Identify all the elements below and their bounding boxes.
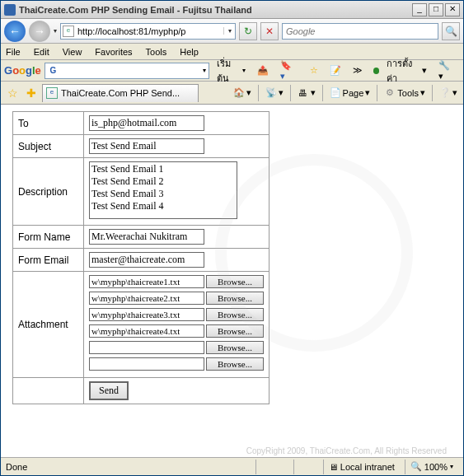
browse-button[interactable]: Browse... bbox=[206, 357, 264, 371]
maximize-button[interactable]: □ bbox=[429, 3, 443, 16]
home-button[interactable]: 🏠▾ bbox=[231, 86, 254, 100]
help-button[interactable]: ❔▾ bbox=[437, 86, 460, 100]
file-path-input[interactable] bbox=[89, 308, 204, 321]
refresh-button[interactable]: ↻ bbox=[239, 22, 257, 40]
status-text: Done bbox=[6, 462, 27, 472]
page-content: To Subject Description Test Send Email 1… bbox=[1, 105, 463, 457]
menu-tools[interactable]: Tools bbox=[146, 47, 167, 57]
textarea-description[interactable]: Test Send Email 1 Test Send Email 2 Test… bbox=[89, 161, 237, 219]
url-dropdown[interactable]: ▾ bbox=[223, 27, 235, 35]
google-search-dropdown[interactable]: ▾ bbox=[200, 67, 209, 74]
status-zoom[interactable]: 🔍 100% ▾ bbox=[405, 460, 458, 474]
tab-active[interactable]: e ThaiCreate.Com PHP Send... bbox=[42, 84, 199, 102]
feeds-button[interactable]: 📡▾ bbox=[263, 86, 286, 100]
file-path-input[interactable] bbox=[89, 292, 204, 305]
google-toolbar: Google G ▾ เริ่มต้น ▾ 📤 🔖 ▾ ☆ 📝 ≫ การตั้… bbox=[1, 60, 463, 82]
status-dot-icon bbox=[373, 68, 379, 74]
page-icon: e bbox=[63, 26, 74, 37]
menu-favorites[interactable]: Favorites bbox=[95, 47, 132, 57]
browse-button[interactable]: Browse... bbox=[206, 292, 264, 305]
google-search-input[interactable] bbox=[61, 64, 200, 77]
input-form-name[interactable] bbox=[89, 229, 204, 245]
send-button[interactable]: Send bbox=[89, 381, 129, 400]
file-row: Browse... bbox=[89, 275, 264, 288]
search-box[interactable] bbox=[282, 23, 438, 40]
print-button[interactable]: 🖶▾ bbox=[295, 86, 318, 100]
menu-help[interactable]: Help bbox=[180, 47, 199, 57]
google-g-icon: G bbox=[47, 64, 59, 77]
minimize-button[interactable]: _ bbox=[412, 3, 427, 16]
browse-button[interactable]: Browse... bbox=[206, 275, 264, 288]
favorites-star-icon[interactable]: ☆ bbox=[4, 85, 21, 101]
page-menu-button[interactable]: 📄Page ▾ bbox=[327, 86, 373, 100]
stop-button[interactable]: ✕ bbox=[260, 22, 279, 40]
tab-title: ThaiCreate.Com PHP Send... bbox=[61, 88, 180, 98]
file-path-input[interactable] bbox=[89, 357, 204, 371]
google-autofill-icon[interactable]: 📝 bbox=[326, 63, 345, 77]
intranet-icon: 🖥 bbox=[329, 462, 338, 472]
file-row: Browse... bbox=[89, 324, 264, 338]
google-star-icon[interactable]: ☆ bbox=[306, 63, 322, 77]
browse-button[interactable]: Browse... bbox=[206, 324, 264, 338]
menu-file[interactable]: File bbox=[6, 47, 21, 57]
address-bar[interactable]: e ▾ bbox=[60, 23, 236, 40]
google-bookmark-icon[interactable]: 🔖 ▾ bbox=[276, 58, 302, 83]
menu-view[interactable]: View bbox=[63, 47, 82, 57]
window-title: ThaiCreate.Com PHP Sending Email - Fujit… bbox=[19, 5, 412, 15]
label-attachment: Attachment bbox=[13, 272, 84, 378]
search-button[interactable]: 🔍 bbox=[442, 22, 460, 40]
google-search-box[interactable]: G ▾ bbox=[45, 63, 209, 79]
status-empty-2 bbox=[293, 460, 318, 474]
input-form-email[interactable] bbox=[89, 252, 204, 268]
zoom-icon: 🔍 bbox=[410, 461, 422, 472]
email-form-table: To Subject Description Test Send Email 1… bbox=[12, 111, 269, 404]
menu-edit[interactable]: Edit bbox=[34, 47, 49, 57]
file-row: Browse... bbox=[89, 341, 264, 354]
back-button[interactable]: ← bbox=[4, 21, 26, 42]
forward-button[interactable]: → bbox=[29, 21, 50, 42]
label-form-email: Form Email bbox=[13, 249, 84, 272]
input-subject[interactable] bbox=[89, 138, 204, 154]
nav-toolbar: ← → ▾ e ▾ ↻ ✕ 🔍 bbox=[1, 19, 463, 44]
copyright-text: CopyRight 2009, ThaiCreate.Com, All Righ… bbox=[246, 446, 447, 455]
file-row: Browse... bbox=[89, 308, 264, 321]
google-settings-button[interactable]: การตั้งค่า ▾ bbox=[382, 54, 430, 87]
google-start-button[interactable]: เริ่มต้น ▾ bbox=[213, 54, 250, 87]
file-row: Browse... bbox=[89, 357, 264, 371]
input-to[interactable] bbox=[89, 115, 204, 131]
window-titlebar: ThaiCreate.Com PHP Sending Email - Fujit… bbox=[1, 1, 463, 19]
app-icon bbox=[4, 4, 16, 16]
search-input[interactable] bbox=[283, 26, 438, 36]
google-logo: Google bbox=[4, 64, 41, 77]
file-path-input[interactable] bbox=[89, 275, 204, 288]
google-wrench-icon[interactable]: 🔧 ▾ bbox=[434, 58, 460, 83]
file-row: Browse... bbox=[89, 292, 264, 305]
status-empty-1 bbox=[255, 460, 288, 474]
url-input[interactable] bbox=[76, 26, 223, 36]
add-favorites-icon[interactable]: ✚ bbox=[23, 85, 40, 101]
nav-history-dropdown[interactable]: ▾ bbox=[54, 27, 57, 35]
label-form-name: Form Name bbox=[13, 226, 84, 249]
tab-page-icon: e bbox=[46, 87, 58, 99]
browse-button[interactable]: Browse... bbox=[206, 308, 264, 321]
label-subject: Subject bbox=[13, 135, 84, 158]
google-more-button[interactable]: ≫ bbox=[349, 63, 367, 77]
file-path-input[interactable] bbox=[89, 341, 204, 354]
close-button[interactable]: ✕ bbox=[445, 3, 460, 16]
label-to: To bbox=[13, 112, 84, 135]
browse-button[interactable]: Browse... bbox=[206, 341, 264, 354]
label-description: Description bbox=[13, 158, 84, 226]
status-zone: 🖥 Local intranet bbox=[323, 460, 400, 474]
google-share-icon[interactable]: 📤 bbox=[253, 63, 273, 77]
tools-menu-button[interactable]: ⚙Tools ▾ bbox=[382, 86, 428, 100]
status-bar: Done 🖥 Local intranet 🔍 100% ▾ bbox=[1, 457, 463, 475]
file-path-input[interactable] bbox=[89, 324, 204, 338]
